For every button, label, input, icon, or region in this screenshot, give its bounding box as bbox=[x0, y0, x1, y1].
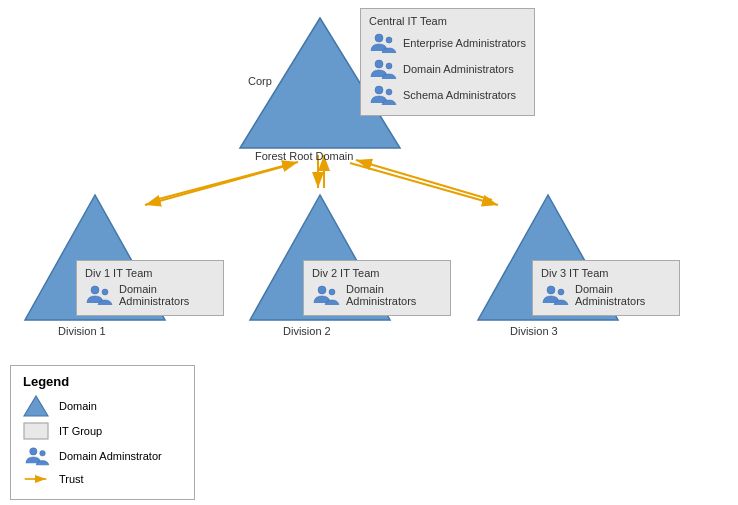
svg-point-14 bbox=[386, 63, 392, 69]
svg-point-19 bbox=[318, 286, 326, 294]
legend-it-group-icon bbox=[23, 422, 53, 440]
div3-it-title: Div 3 IT Team bbox=[541, 267, 671, 279]
div1-it-group-box: Div 1 IT Team DomainAdministrators bbox=[76, 260, 224, 316]
central-row-2: Domain Administrators bbox=[369, 57, 526, 81]
diagram: Corp Forest Root Domain Division 1 Divis… bbox=[0, 0, 738, 390]
svg-point-11 bbox=[375, 34, 383, 42]
forest-root-label: Forest Root Domain bbox=[255, 150, 353, 162]
div2-it-group-box: Div 2 IT Team DomainAdministrators bbox=[303, 260, 451, 316]
svg-point-13 bbox=[375, 60, 383, 68]
legend-domain-icon bbox=[23, 395, 53, 417]
svg-point-20 bbox=[329, 289, 335, 295]
svg-line-9 bbox=[350, 163, 498, 205]
svg-point-16 bbox=[386, 89, 392, 95]
svg-line-6 bbox=[155, 162, 298, 200]
legend-title: Legend bbox=[23, 374, 182, 389]
div1-it-title: Div 1 IT Team bbox=[85, 267, 215, 279]
svg-point-12 bbox=[386, 37, 392, 43]
svg-rect-24 bbox=[24, 423, 48, 439]
legend: Legend Domain IT Group Domain Adminstrat… bbox=[10, 365, 195, 500]
div1-row-1: DomainAdministrators bbox=[85, 283, 215, 307]
svg-point-25 bbox=[30, 448, 37, 455]
svg-point-22 bbox=[558, 289, 564, 295]
central-it-title: Central IT Team bbox=[369, 15, 526, 27]
svg-point-21 bbox=[547, 286, 555, 294]
central-row-3: Schema Administrators bbox=[369, 83, 526, 107]
svg-point-17 bbox=[91, 286, 99, 294]
division2-label: Division 2 bbox=[283, 325, 331, 337]
div3-it-group-box: Div 3 IT Team DomainAdministrators bbox=[532, 260, 680, 316]
div3-row-1: DomainAdministrators bbox=[541, 283, 671, 307]
legend-domain: Domain bbox=[23, 395, 182, 417]
division1-label: Division 1 bbox=[58, 325, 106, 337]
svg-line-5 bbox=[145, 165, 289, 205]
svg-point-18 bbox=[102, 289, 108, 295]
svg-line-10 bbox=[356, 160, 492, 200]
central-it-group-box: Central IT Team Enterprise Administrator… bbox=[360, 8, 535, 116]
legend-trust-icon bbox=[23, 472, 53, 486]
legend-it-group: IT Group bbox=[23, 422, 182, 440]
corp-label: Corp bbox=[248, 75, 272, 87]
central-row-1: Enterprise Administrators bbox=[369, 31, 526, 55]
div2-row-1: DomainAdministrators bbox=[312, 283, 442, 307]
legend-trust: Trust bbox=[23, 472, 182, 486]
division3-label: Division 3 bbox=[510, 325, 558, 337]
div2-it-title: Div 2 IT Team bbox=[312, 267, 442, 279]
svg-point-15 bbox=[375, 86, 383, 94]
svg-point-26 bbox=[40, 451, 46, 457]
svg-marker-23 bbox=[24, 396, 48, 416]
legend-admin-icon bbox=[23, 445, 53, 467]
legend-admin: Domain Adminstrator bbox=[23, 445, 182, 467]
